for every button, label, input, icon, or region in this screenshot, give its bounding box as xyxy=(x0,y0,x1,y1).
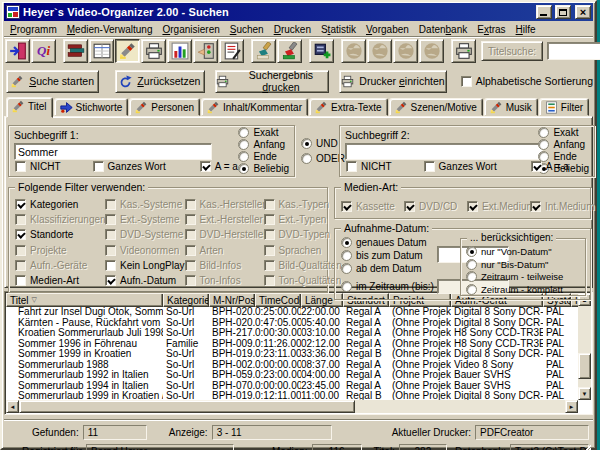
filter-checkbox[interactable]: Ext.-Systeme xyxy=(105,213,185,226)
radio-beliebig-1[interactable]: Beliebig xyxy=(238,163,289,174)
filter-checkbox[interactable]: Ton-Qualtäten xyxy=(264,274,333,287)
horizontal-scrollbar[interactable]: ◄ ► xyxy=(6,400,578,413)
filter-checkbox[interactable]: Klassifizierungen xyxy=(15,213,105,226)
radio-bis-zum-datum[interactable]: bis zum Datum xyxy=(341,250,441,261)
nummerieren-button[interactable] xyxy=(251,39,276,63)
listen-button[interactable] xyxy=(219,39,244,63)
tab-stichworte[interactable]: Stichworte xyxy=(54,98,129,116)
table-row[interactable]: Sommerurlaub 1992 in Italien So-Url BPH-… xyxy=(6,370,591,381)
table-row[interactable]: Sommer 1996 in Föhrenau Familie BPH-009.… xyxy=(6,339,591,350)
menu-organisieren[interactable]: Organisieren xyxy=(157,23,224,36)
exit-button[interactable] xyxy=(5,39,30,63)
radio-zeitraum-komplett[interactable]: Zeitraum - komplett xyxy=(466,284,582,295)
vorgaben-button[interactable] xyxy=(193,39,218,63)
filter-checkbox[interactable]: Videonormen xyxy=(105,244,185,257)
minimize-button[interactable] xyxy=(536,5,552,19)
table-row[interactable]: Kärnten - Pause, Rückfahrt vom So... So-… xyxy=(6,318,591,329)
radio-exakt-1[interactable]: Exakt xyxy=(238,127,289,138)
filter-checkbox[interactable]: Kein LongPlay xyxy=(105,259,185,272)
zuruecksetzen-button[interactable]: Zurücksetzen xyxy=(115,70,205,93)
filter-checkbox[interactable]: Arten xyxy=(185,244,264,257)
radio-nur-bis-datum[interactable]: nur "Bis-Datum" xyxy=(466,259,582,270)
filter-checkbox[interactable]: Kas.-Systeme xyxy=(105,198,185,211)
table-row[interactable]: Sommer 1999 in Kroatien So-Url BPH-019..… xyxy=(6,349,591,360)
filter-checkbox[interactable]: DVD-Systeme xyxy=(105,228,185,241)
filter-checkbox[interactable]: DVD-Typen xyxy=(264,228,333,241)
radio-ende-1[interactable]: Ende xyxy=(238,151,289,162)
kartei-button[interactable] xyxy=(89,39,114,63)
radio-genaues-datum[interactable]: genaues Datum xyxy=(341,237,441,248)
nicht-checkbox-2[interactable]: NICHT xyxy=(346,161,392,172)
filter-checkbox[interactable]: Kategorien xyxy=(15,198,105,211)
radio-und[interactable]: UND xyxy=(301,138,338,149)
suchbegriff1-input[interactable] xyxy=(14,143,212,160)
radio-zeitraum-teilweise[interactable]: Zeitraum - teilweise xyxy=(466,271,582,282)
scroll-right-icon[interactable]: ► xyxy=(565,400,578,413)
filter-checkbox[interactable]: Ext.-Typen xyxy=(264,213,333,226)
close-button[interactable]: × xyxy=(575,5,591,19)
ganzes-wort-checkbox-2[interactable]: Ganzes Wort xyxy=(424,161,497,172)
datenbank-neu-button[interactable] xyxy=(309,39,334,63)
scroll-left-icon[interactable]: ◄ xyxy=(6,400,19,413)
radio-anfang-2[interactable]: Anfang xyxy=(538,139,589,150)
filter-checkbox[interactable]: Sprachen xyxy=(264,244,333,257)
title-bar[interactable]: Heyer`s Video-Organizer 2.00 - Suchen × xyxy=(4,3,593,21)
radio-nur-von-datum[interactable]: nur "Von-Datum" xyxy=(466,246,582,257)
filter-checkbox[interactable]: Aufn.-Datum xyxy=(105,274,185,287)
suchbegriff2-input[interactable] xyxy=(345,143,543,160)
filter-checkbox[interactable]: Bild-Infos xyxy=(185,259,264,272)
filter-checkbox[interactable]: Bild-Qualtäten xyxy=(264,259,333,272)
filter-checkbox[interactable]: Ton-Infos xyxy=(185,274,264,287)
table-row[interactable]: Kroatien Sommerurlaub Juli 1998 - ... So… xyxy=(6,328,591,339)
menu-suchen[interactable]: Suchen xyxy=(225,23,269,36)
tab-filter[interactable]: Filter xyxy=(539,98,589,116)
titelsuche-input[interactable] xyxy=(547,42,600,60)
medien-verwaltung-button[interactable] xyxy=(63,39,88,63)
scroll-down-icon[interactable]: ▼ xyxy=(578,387,591,400)
alphabetische-sortierung-checkbox[interactable]: Alphabetische Sortierung xyxy=(461,75,593,87)
filter-checkbox[interactable]: Standorte xyxy=(15,228,105,241)
menu-hilfe[interactable]: Hilfe xyxy=(511,23,541,36)
tab-szenen-motive[interactable]: Szenen/Motive xyxy=(389,98,483,116)
menu-drucken[interactable]: Drucken xyxy=(269,23,316,36)
nicht-checkbox-1[interactable]: NICHT xyxy=(15,161,61,172)
horizontal-scroll-thumb[interactable] xyxy=(19,400,355,413)
menu-datenbank[interactable]: Datenbank xyxy=(414,23,472,36)
filter-checkbox[interactable]: Kas.-Typen xyxy=(264,198,333,211)
table-row[interactable]: Sommerurlaub 1988 So-Url BPH-002... 0:00… xyxy=(6,360,591,371)
vertical-scroll-thumb[interactable] xyxy=(578,353,591,379)
filter-checkbox[interactable]: Medien-Art xyxy=(15,274,105,287)
table-row[interactable]: Sommerurlaub 1994 in Italien So-Url BPH-… xyxy=(6,381,591,392)
filter-checkbox[interactable]: DVD-Hersteller xyxy=(185,228,264,241)
gross-klein-checkbox-2[interactable]: A = a xyxy=(531,161,569,172)
menu-medien-verwaltung[interactable]: Medien-Verwaltung xyxy=(62,23,158,36)
radio-anfang-1[interactable]: Anfang xyxy=(238,139,289,150)
suche-starten-button[interactable]: Suche starten xyxy=(6,70,99,93)
tab-titel[interactable]: Titel xyxy=(6,97,53,118)
tab-musik[interactable]: Musik xyxy=(484,98,538,116)
filter-checkbox[interactable]: Projekte xyxy=(15,244,105,257)
gross-klein-checkbox-1[interactable]: A = a xyxy=(200,161,238,172)
suchen-button[interactable] xyxy=(115,39,140,63)
resize-grip[interactable] xyxy=(579,445,591,450)
drucker-einrichten-button[interactable]: Drucker einrichten xyxy=(339,70,446,93)
tab-extra-texte[interactable]: Extra-Texte xyxy=(309,98,388,116)
vertical-scrollbar[interactable]: ▲ ▼ xyxy=(578,293,591,400)
filter-checkbox[interactable]: Aufn.-Geräte xyxy=(15,259,105,272)
menu-extras[interactable]: Extras xyxy=(472,23,510,36)
radio-exakt-2[interactable]: Exakt xyxy=(538,127,589,138)
tab-personen[interactable]: Personen xyxy=(129,98,200,116)
suchergebnis-drucken-button[interactable]: Suchergebnis drucken xyxy=(215,70,330,93)
statistik-button[interactable] xyxy=(167,39,192,63)
druckerliste-button[interactable] xyxy=(451,39,476,63)
markieren-button[interactable] xyxy=(277,39,302,63)
radio-im-zeitraum[interactable]: im Zeitraum (bis:) xyxy=(341,281,441,292)
tab-inhalt-kommentar[interactable]: Inhalt/Kommentar xyxy=(201,98,308,116)
filter-checkbox[interactable]: Ext.-Hersteller xyxy=(185,213,264,226)
ganzes-wort-checkbox-1[interactable]: Ganzes Wort xyxy=(93,161,166,172)
filter-checkbox[interactable]: Kas.-Hersteller xyxy=(185,198,264,211)
radio-ab-dem-datum[interactable]: ab dem Datum xyxy=(341,263,441,274)
quickinfo-button[interactable]: Qi xyxy=(31,39,56,63)
drucken-button[interactable] xyxy=(141,39,166,63)
menu-vorgaben[interactable]: Vorgaben xyxy=(361,23,414,36)
